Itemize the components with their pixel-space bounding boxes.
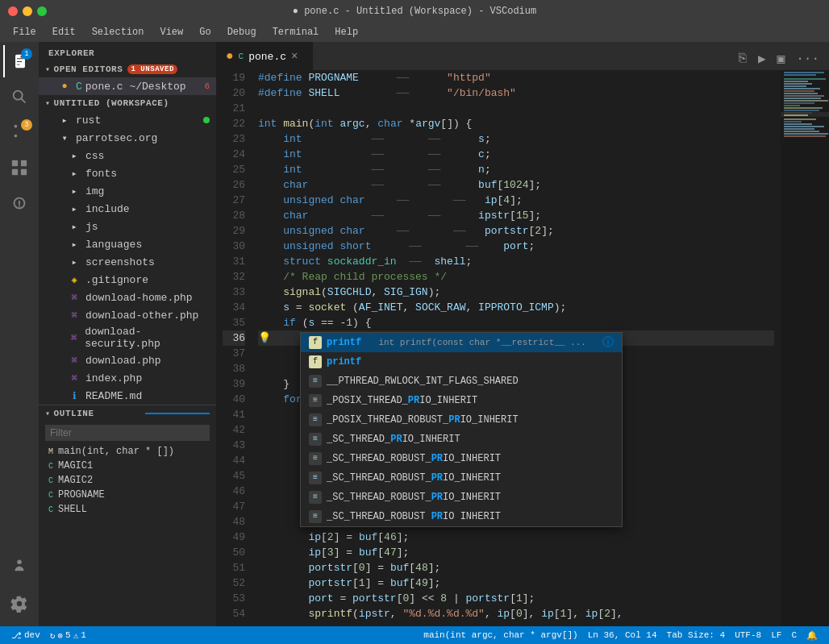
status-encoding[interactable]: UTF-8 [730, 630, 766, 640]
run-icon[interactable]: ▶ [755, 48, 769, 70]
autocomplete-item-4[interactable]: ≡ _POSIX_THREAD_ROBUST_PRIO_INHERIT [301, 410, 622, 430]
folder-css[interactable]: ▸ css [39, 147, 216, 164]
folder-fonts-name: fonts [85, 168, 117, 180]
split-editor-icon[interactable]: ⎘ [735, 48, 750, 69]
status-line-ending[interactable]: LF [766, 630, 786, 640]
svg-rect-26 [784, 114, 808, 116]
folder-parrotsec[interactable]: ▾ parrotsec.org [39, 129, 216, 147]
activity-source-control[interactable]: 3 [3, 116, 35, 148]
window-controls[interactable] [8, 6, 47, 16]
code-content[interactable]: #define PROGNAME —— "httpd" #define SHEL… [252, 70, 781, 626]
outline-magic2[interactable]: C MAGIC2 [39, 473, 216, 488]
file-readme[interactable]: ℹ README.md [39, 387, 216, 405]
tab-bar: ● C pone.c × ⎘ ▶ ▣ ··· [216, 42, 829, 70]
file-download-security[interactable]: ⌘ download-security.php [39, 324, 216, 351]
activity-extensions[interactable] [3, 152, 35, 184]
folder-rust[interactable]: ▸ rust [39, 111, 216, 129]
activity-search[interactable] [3, 81, 35, 113]
status-position[interactable]: Ln 36, Col 14 [583, 630, 662, 640]
menu-go[interactable]: Go [193, 25, 217, 39]
code-line-28: char —— —— ipstr[15]; [258, 208, 774, 223]
outline-shell[interactable]: C SHELL [39, 502, 216, 517]
file-gitignore[interactable]: ◈ .gitignore [39, 271, 216, 289]
autocomplete-item-6[interactable]: ≡ _SC_THREAD_ROBUST_PRIO_INHERIT [301, 449, 622, 468]
outline-progname[interactable]: C PROGNAME [39, 488, 216, 502]
folder-include[interactable]: ▸ include [39, 200, 216, 218]
activity-debug[interactable] [3, 187, 35, 219]
file-download-other[interactable]: ⌘ download-other.php [39, 306, 216, 324]
code-line-31: struct sockaddr_in —— shell; [258, 254, 774, 269]
menu-view[interactable]: View [153, 25, 190, 39]
activity-explorer[interactable]: 1 [3, 45, 35, 77]
outline-header[interactable]: ▾ OUTLINE [39, 405, 216, 422]
outline-magic1[interactable]: C MAGIC1 [39, 459, 216, 473]
minimize-button[interactable] [23, 6, 32, 16]
status-tab-size[interactable]: Tab Size: 4 [662, 630, 731, 640]
sidebar-title: EXPLORER [39, 42, 216, 61]
menu-file[interactable]: File [6, 25, 43, 39]
folder-name: rust [76, 114, 101, 127]
open-editors-label: OPEN EDITORS [54, 64, 123, 74]
layout-icon[interactable]: ▣ [774, 48, 789, 70]
svg-rect-29 [784, 123, 812, 125]
workspace-header[interactable]: ▾ UNTITLED (WORKSPACE) [39, 95, 216, 111]
md-icon: ℹ [68, 390, 81, 402]
code-line-50: ip[3] = buf[47]; [258, 545, 774, 560]
cursor-position: Ln 36, Col 14 [588, 630, 657, 640]
autocomplete-item-9[interactable]: ≡ _SC_THREAD_ROBUST PRIO INHERIT [301, 507, 622, 526]
file-download[interactable]: ⌘ download.php [39, 351, 216, 369]
svg-rect-16 [784, 93, 818, 94]
status-lang[interactable]: C [786, 630, 802, 640]
maximize-button[interactable] [37, 6, 47, 16]
activity-settings[interactable] [3, 588, 35, 620]
folder-js[interactable]: ▸ js [39, 218, 216, 235]
lightbulb-icon[interactable]: 💡 [258, 330, 271, 346]
open-editor-item[interactable]: ● C pone.c ~/Desktop 6 [39, 77, 216, 95]
open-editors-header[interactable]: ▾ OPEN EDITORS 1 UNSAVED [39, 61, 216, 77]
close-button[interactable] [8, 6, 18, 16]
source-control-badge: 3 [21, 119, 32, 131]
status-branch[interactable]: ⎇ dev [6, 630, 45, 641]
status-notifications[interactable]: 🔔 [802, 630, 823, 641]
folder-fonts[interactable]: ▸ fonts [39, 164, 216, 182]
autocomplete-item-5[interactable]: ≡ _SC_THREAD_PRIO_INHERIT [301, 430, 622, 449]
tab-close-icon[interactable]: × [291, 50, 298, 63]
chevron-right-icon8: ▸ [68, 256, 81, 268]
svg-rect-31 [784, 128, 814, 130]
chevron-down-icon: ▾ [45, 64, 51, 74]
autocomplete-item-0[interactable]: f printf int printf(const char *__restri… [301, 333, 622, 352]
file-index[interactable]: ⌘ index.php [39, 369, 216, 387]
status-function[interactable]: main(int argc, char * argv[]) [419, 630, 582, 640]
menu-terminal[interactable]: Terminal [266, 25, 326, 39]
autocomplete-item-8[interactable]: ≡ _SC_THREAD_ROBUST_PRIO_INHERIT [301, 488, 622, 507]
code-line-33: signal(SIGCHLD, SIG_IGN); [258, 285, 774, 300]
menu-edit[interactable]: Edit [46, 25, 82, 39]
folder-screenshots[interactable]: ▸ screenshots [39, 253, 216, 271]
ac-info-icon[interactable]: ⓘ [602, 335, 614, 350]
menu-debug[interactable]: Debug [221, 25, 263, 39]
folder-languages[interactable]: ▸ languages [39, 235, 216, 253]
activity-accounts[interactable] [3, 549, 35, 581]
menu-selection[interactable]: Selection [85, 25, 151, 39]
folder-languages-name: languages [85, 239, 142, 251]
svg-point-6 [17, 560, 22, 565]
menu-help[interactable]: Help [328, 25, 365, 39]
tab-ponec[interactable]: ● C pone.c × [216, 42, 313, 70]
ac-label-4: _POSIX_THREAD_ROBUST_PRIO_INHERIT [327, 413, 519, 427]
autocomplete-item-2[interactable]: ≡ __PTHREAD_RWLOCK_INT_FLAGS_SHARED [301, 372, 622, 391]
file-download-home[interactable]: ⌘ download-home.php [39, 289, 216, 306]
bell-icon: 🔔 [806, 630, 818, 641]
autocomplete-item-7[interactable]: ≡ _SC_THREAD_ROBUST_PRIO_INHERIT [301, 468, 622, 488]
code-line-52: portstr[1] = buf[49]; [258, 575, 774, 591]
status-sync[interactable]: ↻ ⊗ 5 ⚠ 1 [45, 630, 91, 641]
folder-js-name: js [85, 221, 98, 233]
outline-filter-input[interactable] [45, 425, 210, 441]
outline-main[interactable]: M main(int, char * []) [39, 444, 216, 459]
autocomplete-item-1[interactable]: f printf [301, 352, 622, 372]
more-actions-icon[interactable]: ··· [793, 48, 823, 69]
svg-rect-13 [784, 85, 806, 87]
ac-label-1: printf [327, 355, 361, 369]
folder-img[interactable]: ▸ img [39, 182, 216, 200]
svg-rect-2 [12, 160, 18, 166]
autocomplete-item-3[interactable]: ≡ _POSIX_THREAD_PRIO_INHERIT [301, 391, 622, 410]
